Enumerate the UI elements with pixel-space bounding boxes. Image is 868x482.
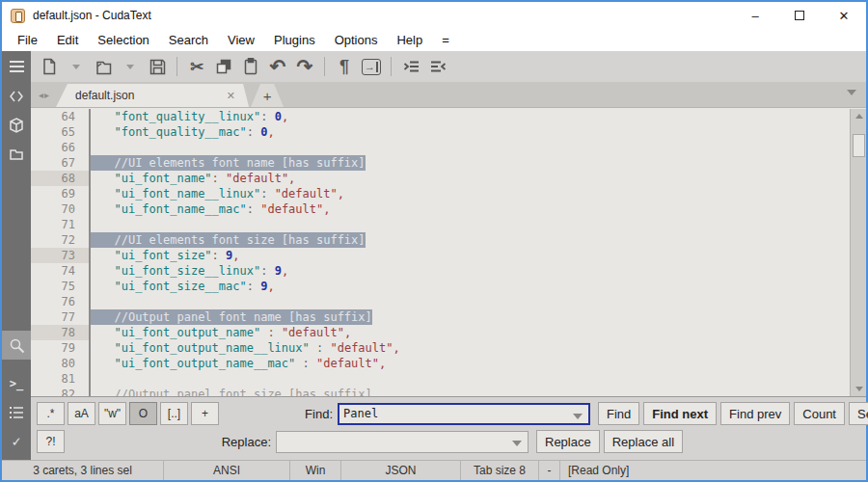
find-option-button[interactable]: + — [191, 402, 219, 425]
replace-all-button[interactable]: Replace all — [604, 430, 683, 453]
sidebar-item-project[interactable] — [2, 140, 31, 169]
minimize-button[interactable]: – — [733, 2, 777, 29]
find-option-button[interactable]: ?! — [37, 430, 65, 453]
list-icon — [9, 406, 24, 419]
maximize-button[interactable] — [777, 2, 822, 29]
scrollbar-thumb[interactable] — [853, 134, 865, 157]
new-tab-button[interactable]: + — [251, 84, 284, 107]
tab-close-icon[interactable]: ✕ — [227, 90, 239, 102]
menu-item-file[interactable]: File — [8, 29, 47, 51]
find-option-button[interactable]: aA — [68, 402, 95, 425]
close-button[interactable]: ✕ — [822, 2, 866, 29]
word-wrap-button[interactable]: → — [359, 54, 384, 79]
sidebar-item-plugins[interactable] — [2, 111, 31, 140]
find-label: Find: — [276, 407, 338, 421]
scissors-icon: ✂ — [190, 57, 203, 77]
selected-text: //UI elements font name [has suffix] — [91, 155, 366, 171]
replace-button[interactable]: Replace — [536, 430, 600, 453]
line-number: 78 — [31, 325, 91, 340]
replace-input[interactable] — [276, 431, 529, 453]
cut-button[interactable]: ✂ — [184, 54, 209, 79]
find-input[interactable]: Panel — [338, 403, 590, 425]
menu-item-[interactable]: = — [432, 29, 459, 51]
find-option-button[interactable]: "w" — [98, 402, 126, 425]
new-file-button[interactable] — [37, 54, 62, 79]
activity-sidebar: >_ ✓ — [2, 51, 31, 460]
status-cell[interactable]: Win — [290, 461, 341, 480]
menu-item-edit[interactable]: Edit — [47, 29, 88, 51]
find-panel: .*aA"w"O[..]+ Find: Panel FindFind nextF… — [31, 396, 866, 460]
find-next-button[interactable]: Find next — [643, 402, 717, 425]
redo-button[interactable]: ↷ — [292, 54, 317, 79]
sidebar-menu-button[interactable] — [2, 51, 31, 82]
line-number: 73 — [31, 248, 91, 263]
line-number: 76 — [31, 294, 91, 309]
status-cell[interactable]: 3 carets, 3 lines sel — [2, 461, 164, 480]
maximize-icon — [795, 11, 804, 20]
count-button[interactable]: Count — [794, 402, 845, 425]
combo-dropdown-icon[interactable] — [573, 414, 583, 419]
code-editor[interactable]: 64 "font_quality__linux": 0,65 "font_qua… — [31, 107, 866, 396]
toolbar-separator — [324, 57, 325, 76]
code-line: 72 //UI elements font size [has suffix] — [31, 232, 850, 248]
cudatext-window: default.json - CudaText – ✕ FileEditSele… — [0, 0, 868, 482]
open-file-button[interactable] — [91, 54, 116, 79]
combo-dropdown-icon[interactable] — [512, 441, 522, 446]
line-number: 67 — [31, 155, 91, 171]
find-option-button[interactable]: O — [129, 402, 157, 425]
sidebar-item-console[interactable]: >_ — [2, 369, 31, 398]
vertical-scrollbar[interactable] — [850, 109, 866, 396]
unindent-icon — [430, 59, 447, 74]
new-file-dropdown[interactable] — [64, 54, 89, 79]
sidebar-item-output[interactable] — [2, 398, 31, 427]
line-number: 69 — [31, 186, 91, 201]
paste-button[interactable] — [238, 54, 263, 79]
line-number: 74 — [31, 263, 91, 279]
line-text: "ui_font_name__linux": "default", — [91, 186, 344, 201]
code-line: 80 "ui_font_output_name__mac" : "default… — [31, 356, 850, 371]
menu-item-options[interactable]: Options — [325, 29, 388, 51]
show-invisibles-button[interactable]: ¶ — [332, 54, 357, 79]
status-cell[interactable]: Tab size 8 — [461, 461, 539, 480]
scroll-up-icon[interactable] — [851, 109, 866, 123]
menu-item-plugins[interactable]: Plugins — [264, 29, 325, 51]
code-lines: 64 "font_quality__linux": 0,65 "font_qua… — [31, 109, 850, 396]
line-text: "ui_font_name__mac": "default", — [91, 201, 330, 217]
new-file-icon — [41, 58, 57, 75]
line-number: 68 — [31, 171, 91, 186]
tab-list-dropdown-icon[interactable] — [847, 90, 856, 95]
line-text: "font_quality__linux": 0, — [91, 109, 288, 124]
menu-item-view[interactable]: View — [218, 29, 264, 51]
status-cell[interactable]: - — [539, 461, 560, 480]
tab-label: default.json — [75, 89, 198, 102]
sidebar-item-code-tree[interactable] — [2, 82, 31, 111]
open-file-dropdown[interactable] — [118, 54, 143, 79]
tab-default-json[interactable]: default.json ✕ — [56, 84, 249, 107]
line-text: "ui_font_size__linux": 9, — [91, 263, 288, 279]
unindent-button[interactable] — [425, 54, 450, 79]
status-cell[interactable]: JSON — [341, 461, 461, 480]
status-cell[interactable]: [Read Only] — [560, 461, 866, 480]
line-text: "ui_font_name": "default", — [91, 171, 295, 186]
app-icon — [11, 9, 25, 23]
scroll-down-icon[interactable] — [851, 382, 866, 396]
sidebar-item-search[interactable] — [2, 331, 31, 360]
sidebar-item-validate[interactable]: ✓ — [2, 427, 31, 456]
find-button[interactable]: Find — [598, 402, 639, 425]
menu-item-help[interactable]: Help — [387, 29, 432, 51]
indent-button[interactable] — [398, 54, 423, 79]
find-option-button[interactable]: [..] — [160, 402, 188, 425]
tab-nav-arrows[interactable]: ◂▸ — [31, 82, 56, 107]
line-number: 66 — [31, 140, 91, 155]
code-line: 68 "ui_font_name": "default", — [31, 171, 850, 186]
find-prev-button[interactable]: Find prev — [720, 402, 790, 425]
save-button[interactable] — [145, 54, 170, 79]
select-all-button[interactable]: Select all — [849, 402, 868, 425]
undo-button[interactable]: ↶ — [265, 54, 290, 79]
status-cell[interactable]: ANSI — [164, 461, 290, 480]
menu-item-selection[interactable]: Selection — [88, 29, 158, 51]
find-option-button[interactable]: .* — [37, 402, 65, 425]
copy-button[interactable] — [211, 54, 236, 79]
hamburger-icon — [9, 60, 25, 73]
menu-item-search[interactable]: Search — [159, 29, 218, 51]
